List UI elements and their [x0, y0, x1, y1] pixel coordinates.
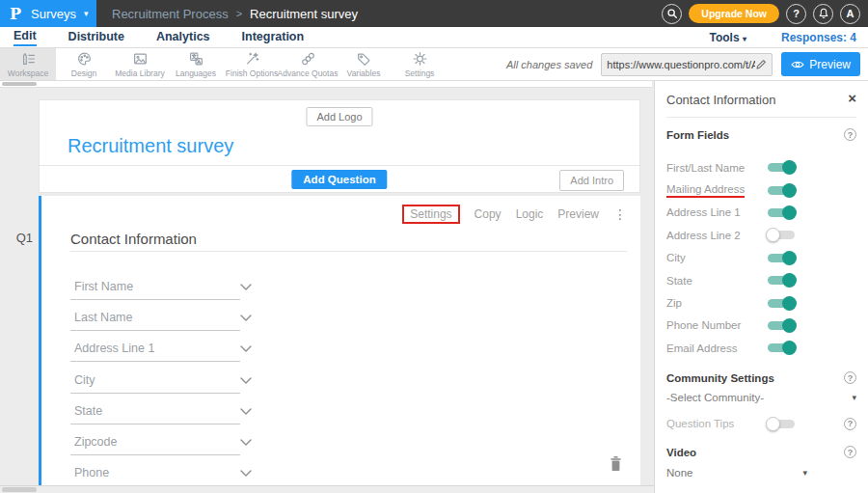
question-number: Q1 [8, 231, 33, 245]
field-row-phone[interactable]: Phone [70, 463, 240, 486]
tab-integration[interactable]: Integration [242, 30, 305, 45]
delete-question-trash-icon[interactable] [609, 455, 623, 476]
survey-url-input[interactable] [607, 59, 755, 70]
survey-title[interactable]: Recruitment survey [68, 135, 233, 157]
question-logic-action[interactable]: Logic [516, 207, 544, 221]
toolbar-item-workspace[interactable]: Workspace [0, 48, 56, 80]
panel-title: Contact Information [666, 93, 775, 107]
question-actions: Settings Copy Logic Preview ⋮ [402, 205, 627, 224]
chevron-down-icon[interactable] [240, 371, 252, 389]
top-bar: P Surveys ▾ Recruitment Process > Recrui… [0, 0, 868, 27]
more-options-icon[interactable]: ⋮ [613, 208, 627, 220]
breadcrumb-current: Recruitment survey [250, 7, 358, 21]
chevron-down-icon[interactable] [240, 464, 252, 481]
add-logo-button[interactable]: Add Logo [306, 107, 372, 126]
first-last-name-toggle[interactable] [768, 163, 795, 172]
toolbar-item-design[interactable]: Design [56, 48, 112, 80]
field-row-first-name[interactable]: First Name [70, 277, 240, 300]
edit-url-pencil-icon[interactable] [755, 59, 767, 70]
survey-url-box [601, 53, 773, 76]
video-help-icon[interactable]: ? [844, 446, 856, 458]
toggle-row-email-address: Email Address [666, 337, 856, 359]
state-toggle[interactable] [768, 276, 795, 285]
surveys-menu[interactable]: P Surveys ▾ [0, 0, 96, 27]
question-title[interactable]: Contact Information [70, 231, 197, 247]
tab-distribute[interactable]: Distribute [68, 30, 124, 45]
address-line-1-toggle[interactable] [768, 208, 795, 217]
breadcrumb-parent[interactable]: Recruitment Process [112, 7, 229, 21]
scrollbar-thumb[interactable] [2, 487, 37, 492]
toggle-row-address-line-2: Address Line 2 [666, 224, 856, 246]
divider [666, 117, 856, 118]
horizontal-scrollbar-top[interactable] [0, 81, 652, 88]
field-row-address-line-1[interactable]: Address Line 1 [70, 339, 240, 362]
upgrade-now-button[interactable]: Upgrade Now [689, 4, 779, 23]
toggle-row-city: City [666, 247, 856, 269]
chevron-down-icon[interactable] [240, 309, 252, 326]
toolbar-item-media-library[interactable]: Media Library [112, 48, 168, 80]
toggle-row-address-line-1: Address Line 1 [666, 202, 856, 224]
toolbar-item-advance-quotas[interactable]: Advance Quotas [280, 48, 336, 80]
email-address-toggle[interactable] [768, 343, 795, 352]
notifications-bell-icon[interactable] [813, 4, 833, 24]
finish-options-wand-icon [243, 50, 261, 68]
tools-dropdown[interactable]: Tools ▾ [710, 31, 746, 44]
search-icon[interactable] [662, 4, 682, 24]
divider [70, 251, 627, 252]
video-select[interactable]: None ▾ [666, 467, 807, 479]
chevron-down-icon: ▾ [743, 35, 746, 43]
toggle-row-phone-number: Phone Number [666, 315, 856, 337]
field-row-last-name[interactable]: Last Name [70, 308, 240, 331]
chevron-down-icon[interactable] [240, 278, 252, 295]
add-intro-button[interactable]: Add Intro [559, 170, 624, 191]
mailing-address-toggle[interactable] [768, 186, 795, 195]
chevron-down-icon[interactable] [240, 402, 252, 420]
toolbar-right: All changes saved Preview [506, 48, 868, 80]
phone-number-toggle[interactable] [768, 321, 795, 330]
field-row-city[interactable]: City [70, 370, 240, 394]
avatar[interactable]: A [840, 4, 860, 24]
tab-edit[interactable]: Edit [14, 29, 37, 46]
breadcrumb: Recruitment Process > Recruitment survey [112, 7, 358, 21]
chevron-down-icon: ▾ [84, 9, 89, 18]
media-library-icon [131, 50, 149, 68]
questionpro-logo-icon: P [10, 5, 21, 23]
question-tips-label: Question Tips [666, 418, 734, 429]
community-settings-label: Community Settings [666, 372, 774, 384]
close-icon[interactable]: × [848, 90, 856, 106]
address-line-2-toggle[interactable] [768, 231, 795, 239]
toggle-row-first-last-name: First/Last Name [666, 156, 856, 178]
question-settings-action[interactable]: Settings [402, 205, 459, 224]
contact-fields: First Name Last Name Address Line 1 City… [70, 277, 240, 493]
question-tips-row: Question Tips ? [666, 415, 856, 432]
zip-toggle[interactable] [768, 299, 795, 308]
community-select[interactable]: -Select Community- ▾ [666, 392, 856, 403]
form-fields-help-icon[interactable]: ? [844, 128, 856, 141]
design-palette-icon [75, 50, 94, 68]
community-settings-help-icon[interactable]: ? [844, 371, 856, 384]
question-tips-toggle[interactable] [768, 420, 795, 428]
chevron-down-icon[interactable] [240, 340, 252, 357]
field-row-state[interactable]: State [70, 401, 240, 425]
toolbar-item-finish-options[interactable]: Finish Options [224, 48, 280, 80]
caret-down-icon: ▾ [802, 468, 807, 478]
breadcrumb-separator: > [236, 8, 242, 19]
chevron-down-icon[interactable] [240, 433, 252, 451]
toggle-row-mailing-address: Mailing Address [666, 178, 856, 201]
question-card: Settings Copy Logic Preview ⋮ Contact In… [39, 196, 640, 485]
question-copy-action[interactable]: Copy [475, 207, 502, 221]
preview-button[interactable]: Preview [781, 52, 860, 76]
responses-link[interactable]: Responses: 4 [781, 31, 856, 44]
question-preview-action[interactable]: Preview [557, 207, 599, 221]
question-tips-help-icon[interactable]: ? [844, 418, 856, 430]
scrollbar-thumb[interactable] [2, 82, 37, 86]
add-question-button[interactable]: Add Question [291, 170, 387, 189]
tab-analytics[interactable]: Analytics [156, 30, 210, 45]
city-toggle[interactable] [768, 254, 795, 262]
field-row-zipcode[interactable]: Zipcode [70, 432, 240, 455]
tabbar-right: Tools ▾ Responses: 4 [710, 31, 857, 44]
toolbar-item-settings[interactable]: Settings [392, 48, 448, 80]
toolbar-item-languages[interactable]: Languages [168, 48, 224, 80]
toolbar-item-variables[interactable]: Variables [336, 48, 392, 80]
help-icon[interactable]: ? [786, 4, 806, 24]
